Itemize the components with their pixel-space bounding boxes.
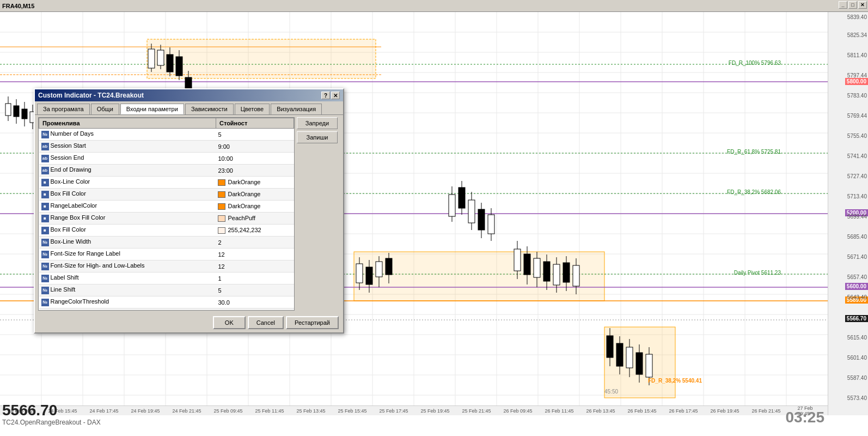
time-label-15: 26 Feb 15:45 <box>627 408 656 414</box>
table-row[interactable]: №Box-Line Width2 <box>39 237 294 249</box>
table-row[interactable]: ■Range Box Fill ColorPeachPuff <box>39 213 294 225</box>
svg-rect-90 <box>616 343 623 366</box>
table-row[interactable]: ■Box-Line ColorDarkOrange <box>39 177 294 189</box>
time-label-3: 24 Feb 19:45 <box>131 408 160 414</box>
price-label-5839: 5839.40 <box>847 14 867 20</box>
row-type-icon: ab <box>41 155 49 162</box>
params-table: Променлива Стойност №Number of Days5abSe… <box>39 118 294 311</box>
tab-visualization[interactable]: Визуализация <box>271 104 322 114</box>
price-label-5685: 5685.40 <box>847 234 867 240</box>
time-label-14: 26 Feb 13:45 <box>586 408 615 414</box>
svg-rect-100 <box>524 254 530 275</box>
time-label-4: 24 Feb 21:45 <box>172 408 201 414</box>
row-type-icon: № <box>41 263 49 270</box>
fd-r-618-label: FD_R_61,8% 5725.81 <box>727 149 781 155</box>
minimize-button[interactable]: _ <box>839 1 847 9</box>
window-title: FRA40,M15 <box>2 3 34 9</box>
table-row[interactable]: №RangeColorThreshold30.0 <box>39 296 294 308</box>
svg-rect-56 <box>22 109 27 119</box>
current-price-label: 5566.70 <box>845 315 868 322</box>
param-name: RangeColorThreshold <box>51 298 109 305</box>
param-value: PeachPuff <box>216 213 294 225</box>
price-label-5699: 5699.44 <box>847 214 867 220</box>
color-swatch <box>218 227 225 234</box>
svg-rect-54 <box>14 106 19 117</box>
maximize-button[interactable]: □ <box>848 1 857 9</box>
zapishi-button[interactable]: Запиши <box>297 131 338 143</box>
tab-colors[interactable]: Цветове <box>235 104 270 114</box>
svg-rect-70 <box>356 264 363 283</box>
table-row[interactable]: abEnd of Drawing23:00 <box>39 165 294 177</box>
tab-input-params[interactable]: Входни параметри <box>120 104 184 114</box>
tab-dependencies[interactable]: Зависимости <box>185 104 234 114</box>
table-row[interactable]: ■Box Fill Color255,242,232 <box>39 225 294 237</box>
indicator-dialog: Custom Indicator - TC24.Breakout ? ✕ За … <box>34 88 344 334</box>
svg-rect-82 <box>468 200 475 223</box>
price-label-5755: 5755.40 <box>847 133 867 139</box>
indicator-name: TC24.OpenRangeBreakout - DAX <box>2 419 101 426</box>
restart-button[interactable]: Рестартирай <box>286 316 339 329</box>
param-value: 30.0 <box>216 296 294 308</box>
color-swatch <box>218 203 225 210</box>
param-name: Label Shift <box>51 274 79 281</box>
cancel-button[interactable]: Cancel <box>248 316 284 329</box>
window-titlebar: FRA40,M15 _ □ ✕ <box>0 0 868 12</box>
time-axis: 24 Feb 2020 24 Feb 15:45 24 Feb 17:45 24… <box>0 405 828 415</box>
svg-rect-72 <box>366 267 372 284</box>
param-name: Session End <box>51 154 84 161</box>
param-value: 5 <box>216 284 294 296</box>
tab-about[interactable]: За програмата <box>37 104 90 114</box>
svg-rect-66 <box>176 57 182 76</box>
svg-rect-98 <box>514 249 521 271</box>
tab-general[interactable]: Общи <box>91 104 119 114</box>
row-type-icon: № <box>41 299 49 306</box>
row-type-icon: ab <box>41 143 49 150</box>
param-name: RangeLabelColor <box>51 202 97 209</box>
params-table-wrapper[interactable]: Променлива Стойност №Number of Days5abSe… <box>38 117 295 311</box>
param-value: DarkOrange <box>216 189 294 201</box>
table-row[interactable]: №Font-Size for High- and Low-Labels12 <box>39 261 294 272</box>
zapredi-button[interactable]: Запреди <box>297 117 338 129</box>
time-label-5: 25 Feb 09:45 <box>213 408 242 414</box>
svg-rect-96 <box>646 354 652 377</box>
param-name: Font-Size for High- and Low-Labels <box>51 262 145 269</box>
price-label-5657: 5657.40 <box>847 274 867 280</box>
price-label-5769: 5769.44 <box>847 113 867 119</box>
fd-r-382-label: FD_R_38,2% 5682.06 <box>727 189 781 195</box>
time-annotation-4550: 45:50 <box>604 389 618 395</box>
row-type-icon: № <box>41 239 49 246</box>
svg-rect-94 <box>636 353 643 374</box>
param-value: 23:00 <box>216 165 294 177</box>
price-label-5713: 5713.40 <box>847 193 867 199</box>
dialog-close-button[interactable]: ✕ <box>331 92 340 99</box>
row-type-icon: № <box>41 131 49 138</box>
table-row[interactable]: №Label Shift1 <box>39 272 294 284</box>
svg-rect-108 <box>563 263 570 282</box>
bottom-left-price: 5566.70 TC24.OpenRangeBreakout - DAX <box>2 402 101 426</box>
table-row[interactable]: №Number of Days5 <box>39 129 294 141</box>
params-section: Променлива Стойност №Number of Days5abSe… <box>38 117 340 311</box>
table-row[interactable]: ■RangeLabelColorDarkOrange <box>39 201 294 213</box>
table-row[interactable]: abSession End10:00 <box>39 153 294 165</box>
param-value: DodgerBlue <box>216 308 294 311</box>
footer-buttons: OK Cancel Рестартирай <box>213 316 339 329</box>
table-row[interactable]: №Line Shift5 <box>39 284 294 296</box>
table-row[interactable]: №Font-Size for Range Label12 <box>39 249 294 261</box>
price-scale: 5800.00 5200.00 5600.00 5589.00 5839.40 … <box>828 12 868 415</box>
time-label-12: 26 Feb 09:45 <box>503 408 532 414</box>
color-swatch <box>218 215 225 222</box>
param-name: Box-Line Width <box>51 238 91 245</box>
close-button[interactable]: ✕ <box>858 1 867 9</box>
row-type-icon: ■ <box>41 191 49 198</box>
dialog-help-button[interactable]: ? <box>321 92 330 99</box>
svg-rect-78 <box>449 195 455 216</box>
col-header-variable: Променлива <box>39 118 216 129</box>
svg-rect-60 <box>148 49 155 68</box>
table-row[interactable]: ■Label Low ColorDodgerBlue <box>39 308 294 311</box>
svg-rect-76 <box>386 258 392 275</box>
param-name: Line Shift <box>51 286 76 293</box>
param-name: Label Low Color <box>51 310 94 311</box>
ok-button[interactable]: OK <box>213 316 246 329</box>
table-row[interactable]: ■Box Fill ColorDarkOrange <box>39 189 294 201</box>
table-row[interactable]: abSession Start9:00 <box>39 141 294 153</box>
